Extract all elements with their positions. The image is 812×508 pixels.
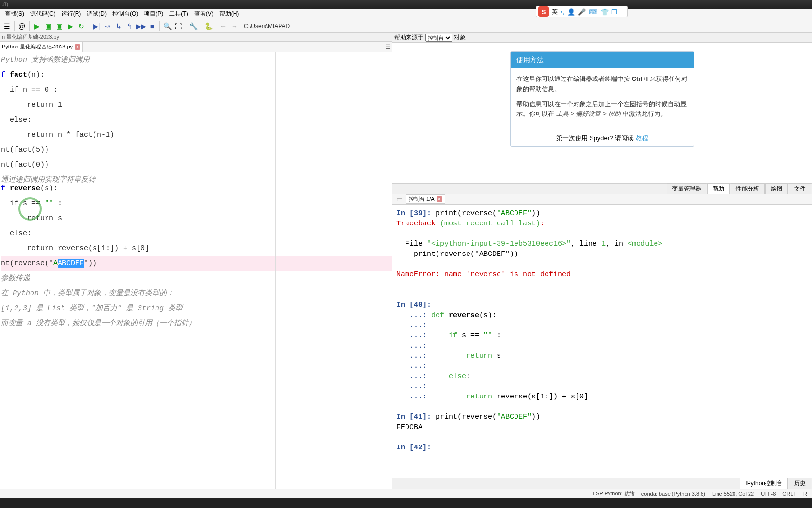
menu-source[interactable]: 源代码(C) [27, 9, 59, 19]
tab-ipython-console[interactable]: IPython控制台 [740, 478, 788, 489]
code-line: return reverse(s[1:]) + s[0] [1, 241, 392, 256]
toolbar: ☰ @ ▶ ▣ ▣ ▶ ↻ ▶| ⤻ ↳ ↰ ▶▶ ■ 🔍 ⛶ 🔧 🐍 ← → … [0, 19, 812, 33]
status-conda: conda: base (Python 3.8.8) [641, 491, 705, 497]
status-lsp: LSP Python: 就绪 [593, 490, 635, 497]
console-output[interactable]: In [39]: print(reverse("ABCDEF")) Traceb… [392, 205, 812, 478]
editor-tab[interactable]: Python 量化编程基础-2023.py × [0, 42, 83, 52]
breadcrumb: n 量化编程基础-2023.py [0, 33, 392, 42]
status-line-col: Line 5520, Col 22 [712, 491, 754, 497]
stop-icon[interactable]: ■ [147, 21, 157, 31]
code-line: nt(fact(0)) [1, 158, 392, 173]
tab-plots[interactable]: 绘图 [765, 183, 788, 194]
ime-lang[interactable]: 英 [552, 8, 558, 16]
taskbar[interactable] [0, 498, 812, 508]
tab-help[interactable]: 帮助 [707, 183, 730, 194]
step-out-icon[interactable]: ↰ [125, 21, 135, 31]
ime-mic-icon[interactable]: 🎤 [578, 8, 586, 16]
code-line: return 1 [1, 97, 392, 112]
help-card-body: 在这里你可以通过在编辑器或者终端中按 Ctrl+I 来获得任何对象的帮助信息。 … [511, 68, 694, 130]
back-icon[interactable]: ← [219, 21, 228, 31]
editor-tab-label: Python 量化编程基础-2023.py [2, 43, 73, 50]
run-cell-advance-icon[interactable]: ▣ [54, 21, 64, 31]
help-object-label: 对象 [454, 33, 466, 42]
python-icon[interactable]: 🐍 [203, 21, 213, 31]
search-icon[interactable]: 🔍 [162, 21, 172, 31]
help-card-footer: 第一次使用 Spyder? 请阅读 教程 [511, 130, 694, 146]
code-line: 参数传递 [1, 271, 392, 286]
titlebar: .8) [0, 0, 812, 9]
console-pane: ▭ 控制台 1/A × In [39]: print(reverse("ABCD… [392, 194, 812, 478]
run-icon[interactable]: ▶ [32, 21, 42, 31]
menu-run[interactable]: 运行(R) [59, 9, 84, 19]
code-line: else: [1, 226, 392, 241]
code-line: if s == "" : [1, 196, 392, 211]
sogou-icon[interactable]: S [538, 6, 549, 17]
debug-start-icon[interactable]: ▶| [92, 21, 101, 31]
menu-debug[interactable]: 调试(D) [84, 9, 109, 19]
code-line: return n * fact(n-1) [1, 127, 392, 143]
forward-icon[interactable]: → [230, 21, 239, 31]
code-editor[interactable]: Python 支持函数递归调用 f fact(n): if n == 0 : r… [0, 52, 392, 489]
ime-user-icon[interactable]: 👤 [567, 8, 575, 16]
menu-tools[interactable]: 工具(T) [166, 9, 191, 19]
menu-view[interactable]: 查看(V) [191, 9, 217, 19]
title-text: .8) [2, 1, 8, 7]
status-encoding: UTF-8 [761, 491, 776, 497]
code-line: f fact(n): [1, 67, 392, 82]
code-line: [1,2,3] 是 List 类型，"加百力" 是 String 类型 [1, 301, 392, 316]
outline-icon[interactable]: ☰ [2, 21, 12, 31]
rerun-icon[interactable]: ↻ [77, 21, 86, 31]
code-line: nt(fact(5)) [1, 143, 392, 158]
working-directory: C:\Users\MIAPAD [244, 23, 290, 30]
split-panel-icon[interactable]: ☰ [384, 44, 392, 50]
close-icon[interactable]: × [437, 196, 442, 202]
console-tabs: ▭ 控制台 1/A × [392, 194, 812, 205]
run-cell-icon[interactable]: ▣ [43, 21, 53, 31]
step-into-icon[interactable]: ↳ [114, 21, 124, 31]
menu-project[interactable]: 项目(P) [141, 9, 166, 19]
console-tab[interactable]: 控制台 1/A × [406, 194, 445, 204]
fold-ruler [275, 52, 276, 489]
menubar: 查找(S) 源代码(C) 运行(R) 调试(D) 控制台(O) 项目(P) 工具… [0, 9, 812, 19]
fullscreen-icon[interactable]: ⛶ [173, 21, 183, 31]
ime-keyboard-icon[interactable]: ⌨ [589, 8, 598, 16]
menu-help[interactable]: 帮助(H) [217, 9, 242, 19]
code-line: if n == 0 : [1, 82, 392, 97]
editor-pane: n 量化编程基础-2023.py Python 量化编程基础-2023.py ×… [0, 33, 392, 489]
help-panel: 使用方法 在这里你可以通过在编辑器或者终端中按 Ctrl+I 来获得任何对象的帮… [392, 43, 812, 183]
ime-separator-icon: •, [561, 8, 564, 16]
tab-files[interactable]: 文件 [789, 183, 811, 194]
status-eol: CRLF [782, 491, 796, 497]
help-header: 帮助来源于 控制台 对象 [392, 33, 812, 43]
tutorial-link[interactable]: 教程 [636, 134, 648, 142]
code-line: 在 Python 中，类型属于对象，变量是没有类型的： [1, 286, 392, 301]
menu-console[interactable]: 控制台(O) [109, 9, 141, 19]
help-source-select[interactable]: 控制台 [425, 34, 452, 42]
tab-history[interactable]: 历史 [789, 478, 811, 489]
ime-toolbar[interactable]: S 英 •, 👤 🎤 ⌨ 👕 ❐ [536, 6, 628, 17]
tab-profiler[interactable]: 性能分析 [731, 183, 765, 194]
at-icon[interactable]: @ [17, 21, 27, 31]
continue-icon[interactable]: ▶▶ [136, 21, 146, 31]
wrench-icon[interactable]: 🔧 [188, 21, 198, 31]
help-pane-tabs: 变量管理器 帮助 性能分析 绘图 文件 [392, 183, 812, 194]
ime-toolbox-icon[interactable]: ❐ [611, 8, 617, 16]
close-icon[interactable]: × [75, 44, 80, 50]
console-tab-label: 控制台 1/A [409, 195, 435, 203]
help-card: 使用方法 在这里你可以通过在编辑器或者终端中按 Ctrl+I 来获得任何对象的帮… [510, 51, 694, 147]
help-source-label: 帮助来源于 [394, 33, 423, 42]
main-area: n 量化编程基础-2023.py Python 量化编程基础-2023.py ×… [0, 33, 812, 489]
ime-skin-icon[interactable]: 👕 [601, 8, 609, 16]
step-over-icon[interactable]: ⤻ [103, 21, 112, 31]
console-menu-icon[interactable]: ▭ [394, 194, 404, 204]
status-mode: R [803, 491, 807, 497]
code-line: 而变量 a 没有类型，她仅仅是一个对象的引用（一个指针） [1, 316, 392, 331]
console-bottom-tabs: IPython控制台 历史 [392, 478, 812, 489]
code-line: else: [1, 112, 392, 127]
tab-var-explorer[interactable]: 变量管理器 [667, 183, 706, 194]
run-selection-icon[interactable]: ▶ [65, 21, 75, 31]
menu-find[interactable]: 查找(S) [2, 9, 27, 19]
code-line: return s [1, 211, 392, 226]
code-line: Python 支持函数递归调用 [1, 52, 392, 67]
editor-tabs: Python 量化编程基础-2023.py × ☰ [0, 42, 392, 52]
